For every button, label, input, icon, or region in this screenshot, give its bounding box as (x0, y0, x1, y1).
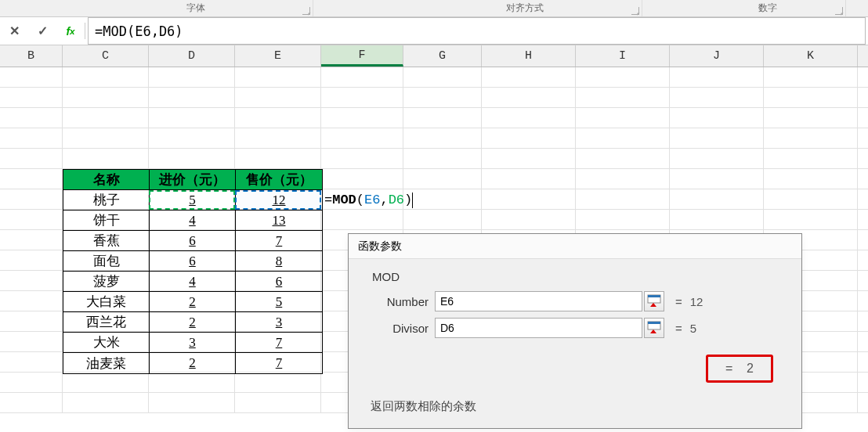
table-header-cell[interactable]: 名称 (63, 170, 150, 190)
column-header-K[interactable]: K (764, 45, 858, 67)
ribbon-group-font: 字体 (78, 0, 313, 16)
table-cell[interactable]: 13 (236, 211, 322, 231)
final-result-box: = 2 (706, 355, 773, 383)
table-cell[interactable]: 7 (236, 333, 322, 353)
equals-label: = (675, 322, 682, 335)
table-cell[interactable]: 2 (150, 312, 236, 333)
active-cell-editor[interactable]: =MOD(E6,D6) (323, 190, 413, 210)
table-cell[interactable]: 大白菜 (63, 292, 150, 312)
table-cell[interactable]: 12 (236, 190, 322, 211)
argument-row: Number E6 = 12 (372, 291, 786, 311)
formula-ref-D6: D6 (389, 193, 404, 207)
table-header-cell[interactable]: 售价（元） (236, 170, 322, 190)
range-selector-button[interactable] (644, 318, 664, 338)
ribbon-group-label: 对齐方式 (506, 2, 544, 15)
ribbon-group-label: 数字 (758, 2, 777, 15)
argument-result-value: 5 (690, 322, 696, 335)
dialog-launcher-icon[interactable] (302, 7, 310, 15)
dialog-body: MOD Number E6 = 12 Divisor D6 (349, 259, 801, 355)
table-cell[interactable]: 8 (236, 251, 322, 272)
argument-result: = 5 (675, 322, 696, 335)
argument-result: = 12 (675, 295, 703, 308)
table-cell[interactable]: 2 (150, 292, 236, 312)
table-cell[interactable]: 桃子 (63, 190, 150, 211)
table-row: 面包 6 8 (63, 251, 322, 272)
table-cell[interactable]: 饼干 (63, 211, 150, 231)
argument-row: Divisor D6 = 5 (372, 318, 786, 338)
table-cell[interactable]: 5 (236, 292, 322, 312)
ribbon-bar: 字体 对齐方式 数字 (0, 0, 868, 17)
range-selector-icon (647, 321, 661, 335)
ribbon-group-label: 字体 (186, 2, 205, 15)
table-cell[interactable]: 3 (150, 333, 236, 353)
argument-label: Divisor (372, 322, 435, 335)
function-description: 返回两数相除的余数 (371, 399, 476, 414)
table-cell[interactable]: 香蕉 (63, 231, 150, 251)
column-header-G[interactable]: G (403, 45, 482, 67)
insert-function-button[interactable]: fx (56, 17, 85, 45)
column-header-I[interactable]: I (576, 45, 670, 67)
data-table: 名称 进价（元） 售价（元） 桃子 5 12 饼干 4 13 香蕉 6 7 面包… (63, 169, 323, 374)
dialog-launcher-icon[interactable] (835, 7, 843, 15)
column-header-C[interactable]: C (63, 45, 149, 67)
svg-rect-1 (648, 295, 660, 297)
table-row: 油麦菜 2 7 (63, 353, 322, 373)
table-cell[interactable]: 7 (236, 353, 322, 373)
equals-label: = (725, 362, 732, 375)
column-header-F[interactable]: F (321, 45, 403, 67)
table-cell[interactable]: 6 (236, 272, 322, 292)
text-caret-icon (412, 193, 413, 208)
dialog-title: 函数参数 (349, 234, 801, 259)
table-cell[interactable]: 7 (236, 231, 322, 251)
column-header-J[interactable]: J (670, 45, 764, 67)
column-headers: B C D E F G H I J K (0, 45, 868, 67)
argument-label: Number (372, 295, 435, 308)
table-cell[interactable]: 4 (150, 211, 236, 231)
argument-input-divisor[interactable]: D6 (435, 318, 642, 338)
table-cell[interactable]: 6 (150, 251, 236, 272)
table-cell[interactable]: 5 (150, 190, 236, 211)
formula-text: ) (404, 193, 412, 207)
range-selector-button[interactable] (644, 291, 664, 311)
ribbon-group-alignment: 对齐方式 (407, 0, 642, 16)
divider (85, 23, 85, 39)
column-header-B[interactable]: B (0, 45, 63, 67)
table-row: 大白菜 2 5 (63, 292, 322, 312)
cancel-button[interactable]: ✕ (0, 17, 28, 45)
column-header-D[interactable]: D (149, 45, 235, 67)
column-header-E[interactable]: E (235, 45, 321, 67)
dialog-launcher-icon[interactable] (631, 7, 639, 15)
final-result-value: 2 (747, 362, 754, 375)
table-cell[interactable]: 西兰花 (63, 312, 150, 333)
table-cell[interactable]: 面包 (63, 251, 150, 272)
argument-result-value: 12 (690, 295, 703, 308)
table-row: 饼干 4 13 (63, 211, 322, 231)
table-row: 桃子 5 12 (63, 190, 322, 211)
formula-text: ( (356, 193, 364, 207)
formula-text: = (324, 193, 332, 207)
table-cell[interactable]: 菠萝 (63, 272, 150, 292)
formula-func: MOD (332, 193, 356, 207)
range-selector-icon (647, 294, 661, 308)
formula-ref-E6: E6 (364, 193, 380, 207)
svg-rect-3 (648, 322, 660, 324)
table-cell[interactable]: 4 (150, 272, 236, 292)
enter-button[interactable]: ✓ (28, 17, 56, 45)
column-header-H[interactable]: H (482, 45, 576, 67)
argument-input-number[interactable]: E6 (435, 291, 642, 311)
equals-label: = (675, 295, 682, 308)
table-cell[interactable]: 2 (150, 353, 236, 373)
formula-text: , (380, 193, 388, 207)
table-header-row: 名称 进价（元） 售价（元） (63, 170, 322, 190)
table-cell[interactable]: 6 (150, 231, 236, 251)
formula-bar: ✕ ✓ fx =MOD(E6,D6) (0, 17, 868, 45)
table-cell[interactable]: 大米 (63, 333, 150, 353)
table-cell[interactable]: 油麦菜 (63, 353, 150, 373)
table-row: 香蕉 6 7 (63, 231, 322, 251)
function-name-label: MOD (372, 270, 786, 283)
table-row: 大米 3 7 (63, 333, 322, 353)
table-header-cell[interactable]: 进价（元） (150, 170, 236, 190)
table-cell[interactable]: 3 (236, 312, 322, 333)
formula-input[interactable]: =MOD(E6,D6) (88, 17, 866, 45)
function-arguments-dialog[interactable]: 函数参数 MOD Number E6 = 12 Divisor D6 (348, 233, 802, 429)
